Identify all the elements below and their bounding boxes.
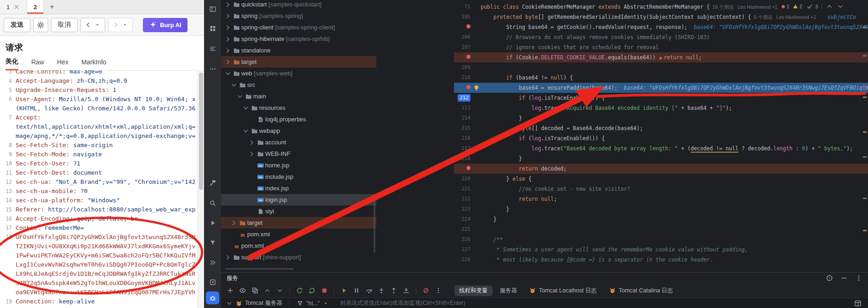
send-button[interactable]: 发送 [4,18,30,32]
line-number-gutter[interactable]: 213 [454,103,472,113]
tree-item-web[interactable]: web [samples-web] [221,68,376,79]
back-button[interactable] [80,18,105,32]
chevron-up-button[interactable] [262,285,273,296]
line-number-gutter[interactable]: 210 [454,73,472,83]
breakpoint-icon[interactable] [466,166,471,170]
chevron-down-icon[interactable] [236,93,244,100]
new-tab-button[interactable]: + [44,0,60,14]
chevron-down-button[interactable] [274,285,285,296]
tree-item-target[interactable]: target [221,56,376,68]
tree-item-WEB-INF[interactable]: WEB-INF [221,148,376,160]
debug-tool-button[interactable] [206,291,219,304]
chevron-down-icon[interactable] [230,81,238,89]
line-number-gutter[interactable]: 220 [454,174,472,184]
layers-button[interactable] [250,285,261,296]
message-tab-2[interactable]: 2 [27,0,44,14]
run-tool-button[interactable] [206,217,219,229]
help-button[interactable]: ? [826,274,833,282]
chevron-down-icon[interactable] [242,104,250,112]
inspection-warnings[interactable]: 2 [793,1,802,11]
tree-item-target[interactable]: target [221,217,376,228]
tree-item-resources[interactable]: resources [221,102,376,114]
tree-item-include.jsp[interactable]: jspinclude.jsp [221,171,376,183]
mute-breakpoints-button[interactable] [420,285,431,296]
line-number-gutter[interactable]: 218 [454,154,472,164]
services-tab-服务器[interactable]: 服务器 [495,285,522,296]
view-tab-Raw[interactable]: Raw [31,58,44,70]
window-layout-tool-button[interactable] [206,3,219,16]
line-number-gutter[interactable]: 214 [454,113,472,123]
step-into-button[interactable] [376,285,387,296]
view-tab-MarkInfo[interactable]: MarkInfo [81,58,106,70]
message-tab-1[interactable]: 1 [0,0,27,14]
more-tool-button[interactable] [206,63,219,75]
view-tab-美化[interactable]: 美化 [6,57,18,70]
chevron-right-icon[interactable] [224,58,232,66]
chevron-down-icon[interactable] [242,127,250,135]
tree-item-src[interactable]: src [221,79,376,91]
services-tab-线程和变量[interactable]: 线程和变量 [454,285,493,296]
minimize-button[interactable] [840,274,848,282]
inline-breakpoint-icon[interactable]: ● [659,56,662,60]
chevron-right-icon[interactable] [230,219,238,227]
chevron-right-icon[interactable] [224,12,232,20]
line-number-gutter[interactable]: 224 [454,214,472,224]
layout-icon[interactable] [854,300,862,307]
step-over-button[interactable] [363,285,374,296]
services-tab-Tomcat Localhost 日志[interactable]: Tomcat Localhost 日志 [524,285,601,296]
prev-problem-button[interactable] [826,3,833,10]
view-tab-Hex[interactable]: Hex [57,58,68,70]
tree-item-spring[interactable]: spring [samples-spring] [221,10,376,22]
forward-button[interactable] [108,18,133,32]
line-number-gutter[interactable]: 228 [454,255,472,265]
tomcat-server-node[interactable]: Tomcat 服务器 [226,299,282,307]
breakpoint-icon[interactable] [466,24,471,29]
resume-button[interactable] [339,285,350,296]
chevron-right-icon[interactable] [248,139,255,146]
line-number-gutter[interactable]: 217 [454,143,472,154]
services-tool-button[interactable] [206,276,219,289]
tree-item-spring-hibernate[interactable]: spring-hibernate [samples-sprhib] [221,33,376,45]
tree-item-home.jsp[interactable]: jsphome.jsp [221,160,376,171]
eye-button[interactable] [237,285,248,296]
stop-button[interactable] [319,285,330,296]
settings-gear-button[interactable] [33,18,48,32]
tree-vertical-scrollbar[interactable] [374,198,375,253]
evaluate-expression-input[interactable]: 对表达式求值(Enter)或添加监视(Ctrl+Shift+Enter) [334,299,850,307]
terminal-tool-button[interactable] [206,305,219,308]
editor-error-stripe[interactable] [862,0,868,272]
restart-button[interactable] [306,285,318,296]
plus-button[interactable] [225,285,236,296]
request-editor[interactable]: 3Cache-Control: max-age=04Accept-Languag… [0,70,198,308]
intention-bulb-icon[interactable] [472,83,481,93]
fast-forward-tool-button[interactable] [206,256,219,269]
line-number-gutter[interactable]: 222 [454,194,472,204]
line-number-gutter[interactable]: 221 [454,184,472,194]
run-to-cursor-button[interactable] [401,285,412,296]
more-v-button[interactable] [433,285,444,296]
tree-item-quickstart[interactable]: quickstart [samples-quickstart] [221,0,376,10]
line-number-gutter[interactable]: 216 [454,133,472,143]
tree-item-account[interactable]: account [221,137,376,148]
chevron-right-icon[interactable] [224,35,232,43]
line-number-gutter[interactable] [454,52,472,63]
services-tab-Tomcat Catalina 日志[interactable]: Tomcat Catalina 日志 [604,285,678,296]
more-v-button[interactable] [855,274,862,282]
breakpoint-icon[interactable] [466,85,471,89]
inspection-ok[interactable]: 3 [806,1,818,11]
tree-horizontal-scrollbar[interactable] [225,268,294,270]
chevron-right-icon[interactable] [224,254,232,261]
next-problem-button[interactable] [837,3,844,10]
line-number-gutter[interactable] [454,164,472,174]
filter-tool-button[interactable] [206,236,219,249]
build-tool-button[interactable] [206,177,219,189]
burp-scrollbar[interactable] [198,70,204,308]
chevron-right-icon[interactable] [224,47,232,54]
line-number-gutter[interactable]: 185 [454,12,472,22]
pause-button[interactable] [351,285,362,296]
tree-item-styl[interactable]: styl [221,205,376,217]
line-number-gutter[interactable]: 215 [454,123,472,133]
burp-ai-button[interactable]: Burp AI [143,18,187,32]
line-number-gutter[interactable] [454,83,472,93]
cancel-button[interactable]: 取消 [51,18,78,32]
